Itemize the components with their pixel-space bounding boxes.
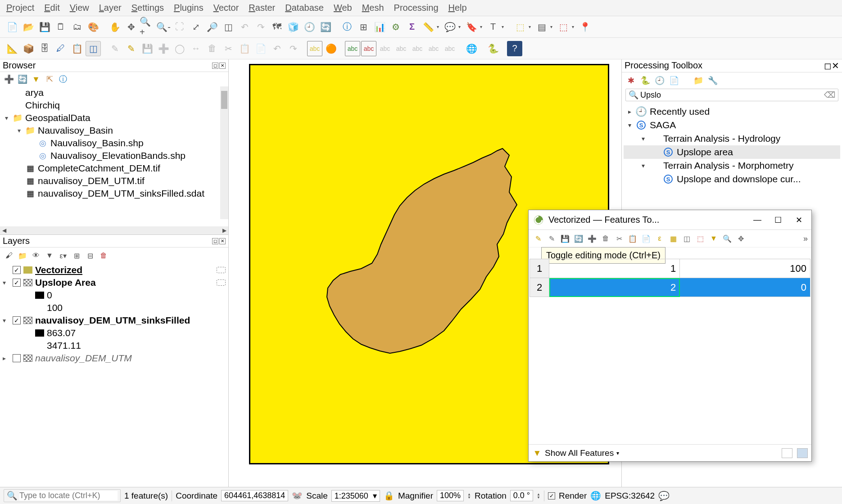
scrollbar-vertical[interactable] xyxy=(220,86,228,219)
model-icon[interactable]: ✱ xyxy=(625,75,636,86)
processing-item[interactable]: ▾Terrain Analysis - Hydrology xyxy=(624,132,840,145)
python-console-icon[interactable]: 🐍 xyxy=(485,41,501,56)
table-row[interactable]: 11100 xyxy=(530,259,810,278)
zoom-in-icon[interactable]: 🔍+ xyxy=(140,19,155,35)
table-row[interactable]: 220 xyxy=(530,278,810,297)
identify-icon[interactable]: ⓘ xyxy=(340,19,355,35)
browser-item[interactable]: Chirchiq xyxy=(0,99,228,112)
dropdown-icon[interactable]: ▾ xyxy=(458,24,463,29)
crs-value[interactable]: EPSG:32642 xyxy=(605,491,655,501)
properties-icon[interactable]: ⓘ xyxy=(58,74,68,85)
processing-search-input[interactable] xyxy=(640,90,824,100)
processing-search[interactable]: 🔍 ⌫ xyxy=(625,89,838,101)
layer-value[interactable]: 3471.11 xyxy=(0,339,228,352)
layer-item[interactable]: ▾✓Upslope Area xyxy=(0,276,228,289)
scrollbar-horizontal[interactable]: ◀ ▶ xyxy=(0,226,228,234)
panel-close-icon[interactable]: ✕ xyxy=(219,63,226,69)
attribute-filter-label[interactable]: Show All Features xyxy=(545,448,614,458)
add-feature-icon[interactable]: ➕ xyxy=(156,41,171,56)
layer-visibility-checkbox[interactable]: ✓ xyxy=(13,316,21,324)
locator[interactable]: 🔍 xyxy=(4,489,121,502)
results-icon[interactable]: 📄 xyxy=(669,75,679,86)
zoom-to-selected-icon[interactable]: 🔍 xyxy=(721,233,733,244)
layer-visibility-checkbox[interactable]: ✓ xyxy=(13,279,21,287)
select-all-icon[interactable]: ▦ xyxy=(667,233,679,244)
browser-item[interactable]: ◎Nauvalisoy_ElevationBands.shp xyxy=(0,149,228,162)
browser-item[interactable]: ▾📁Nauvalisoy_Basin xyxy=(0,124,228,137)
filter-icon[interactable]: ▼ xyxy=(31,74,41,85)
reload-icon[interactable]: 🔄 xyxy=(573,233,584,244)
panel-close-icon[interactable]: ✕ xyxy=(219,238,226,244)
browser-item[interactable]: arya xyxy=(0,86,228,99)
diagram-icon[interactable]: 🟠 xyxy=(323,41,339,56)
scale-value[interactable]: 1:235060 ▾ xyxy=(331,490,380,502)
select-features-icon[interactable]: ⬚ xyxy=(512,19,528,35)
delete-selected-icon[interactable]: 🗑 xyxy=(204,41,220,56)
refresh-icon[interactable]: 🔄 xyxy=(17,74,28,85)
layout-manager-icon[interactable]: 🗂 xyxy=(69,19,85,35)
menu-processing[interactable]: Processing xyxy=(394,3,439,13)
attribute-table[interactable]: 11100220 xyxy=(530,259,810,297)
temporal-icon[interactable]: 🕘 xyxy=(302,19,317,35)
menu-web[interactable]: Web xyxy=(334,3,352,13)
new-bookmark-icon[interactable]: 🔖 xyxy=(464,19,479,35)
save-icon[interactable]: 💾 xyxy=(37,19,52,35)
cut-features-icon[interactable]: ✂ xyxy=(221,41,236,56)
pan-to-selected-icon[interactable]: ✥ xyxy=(735,233,747,244)
menu-layer[interactable]: Layer xyxy=(99,3,122,13)
browser-tree[interactable]: aryaChirchiq▾📁GeospatialData▾📁Nauvalisoy… xyxy=(0,86,228,226)
clear-search-icon[interactable]: ⌫ xyxy=(824,90,835,100)
render-checkbox[interactable]: ✓ xyxy=(548,492,555,500)
toolbox-icon[interactable]: ⚙ xyxy=(388,19,403,35)
measure-icon[interactable]: 📏 xyxy=(421,19,436,35)
paste-features-icon[interactable]: 📄 xyxy=(253,41,268,56)
maximize-icon[interactable]: ☐ xyxy=(770,213,786,227)
copy-features-icon[interactable]: 📋 xyxy=(237,41,252,56)
add-feature-icon[interactable]: ➕ xyxy=(586,233,598,244)
new-map-view-icon[interactable]: 🗺 xyxy=(269,19,285,35)
map-tips-icon[interactable]: 💬 xyxy=(442,19,457,35)
processing-item[interactable]: SUpslope area xyxy=(624,145,840,159)
label-props-icon[interactable]: abc xyxy=(442,41,457,56)
new-virt-layer-icon[interactable]: ◫ xyxy=(86,41,101,56)
processing-item[interactable]: SUpslope and downslope cur... xyxy=(624,172,840,186)
add-layer-icon[interactable]: ➕ xyxy=(4,74,14,85)
history-icon[interactable]: 🕘 xyxy=(654,75,665,86)
layer-item[interactable]: ▾✓nauvalisoy_DEM_UTM_sinksFilled xyxy=(0,314,228,327)
browser-item[interactable]: ▦nauvalisoy_DEM_UTM_sinksFilled.sdat xyxy=(0,187,228,200)
zoom-native-icon[interactable]: ⛶ xyxy=(172,19,187,35)
cut-icon[interactable]: ✂ xyxy=(613,233,625,244)
new-print-layout-icon[interactable]: 🗒 xyxy=(53,19,68,35)
measure-dropdown-icon[interactable]: ▾ xyxy=(437,24,441,29)
filter-icon[interactable]: ▼ xyxy=(532,448,542,458)
menu-plugins[interactable]: Plugins xyxy=(174,3,204,13)
save-edits-icon[interactable]: 💾 xyxy=(559,233,571,244)
edit-in-place-icon[interactable]: 📁 xyxy=(693,75,704,86)
options-icon[interactable]: 🔧 xyxy=(707,75,718,86)
dropdown-icon[interactable]: ▾ xyxy=(480,24,484,29)
layer-item[interactable]: ▸nauvalisoy_DEM_UTM xyxy=(0,352,228,364)
pan-to-selection-icon[interactable]: ✥ xyxy=(123,19,139,35)
change-label-icon[interactable]: abc xyxy=(426,41,441,56)
layer-item[interactable]: ✓Vectorized xyxy=(0,264,228,276)
add-group-icon[interactable]: 📁 xyxy=(17,250,28,261)
crs-icon[interactable]: 🌐 xyxy=(590,490,601,501)
filter-dropdown-icon[interactable]: ▾ xyxy=(616,450,619,456)
layer-value[interactable]: 100 xyxy=(0,302,228,314)
pan-icon[interactable]: ✋ xyxy=(107,19,122,35)
rotation-value[interactable]: 0.0 ° xyxy=(510,490,533,501)
refresh-icon[interactable]: 🔄 xyxy=(318,19,333,35)
script-icon[interactable]: 🐍 xyxy=(640,75,651,86)
move-label-icon[interactable]: abc xyxy=(394,41,409,56)
layer-visibility-checkbox[interactable]: ✓ xyxy=(13,266,21,274)
processing-item[interactable]: ▾Terrain Analysis - Morphometry xyxy=(624,159,840,172)
menu-edit[interactable]: Edit xyxy=(44,3,59,13)
open-attr-table-icon[interactable]: ⊞ xyxy=(356,19,371,35)
show-labels-icon[interactable]: abc xyxy=(345,41,360,56)
collapse-all-icon[interactable]: ⊟ xyxy=(85,250,95,261)
menu-help[interactable]: Help xyxy=(448,3,467,13)
dropdown-icon[interactable]: ▾ xyxy=(550,24,555,29)
panel-close-icon[interactable]: ✕ xyxy=(832,61,839,71)
text-annotation-icon[interactable]: T xyxy=(485,19,501,35)
new-project-icon[interactable]: 📄 xyxy=(5,19,20,35)
